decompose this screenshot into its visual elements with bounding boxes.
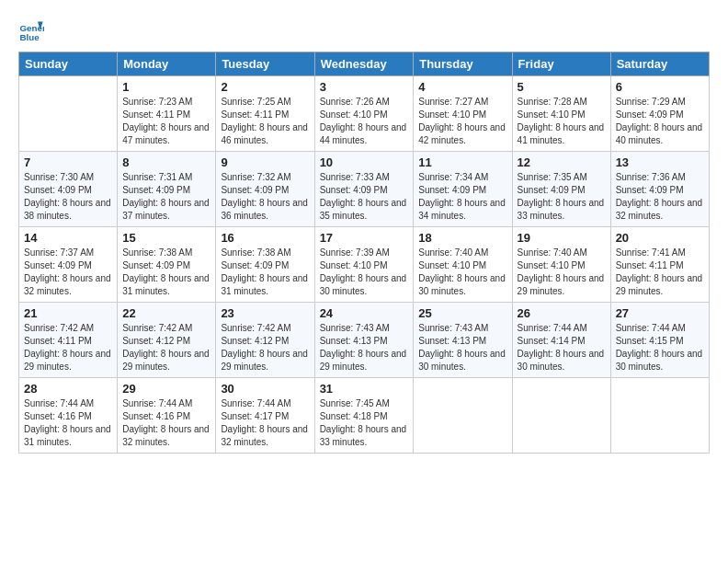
- calendar-day-header: Tuesday: [216, 52, 314, 76]
- day-number: 2: [221, 80, 309, 94]
- calendar-cell: 29Sunrise: 7:44 AMSunset: 4:16 PMDayligh…: [118, 378, 216, 454]
- day-info: Sunrise: 7:44 AMSunset: 4:14 PMDaylight:…: [518, 322, 606, 373]
- calendar-cell: 14Sunrise: 7:37 AMSunset: 4:09 PMDayligh…: [19, 227, 118, 303]
- day-number: 19: [518, 231, 606, 245]
- calendar-cell: 13Sunrise: 7:36 AMSunset: 4:09 PMDayligh…: [610, 152, 709, 227]
- day-info: Sunrise: 7:31 AMSunset: 4:09 PMDaylight:…: [122, 171, 210, 223]
- calendar-cell: 16Sunrise: 7:38 AMSunset: 4:09 PMDayligh…: [216, 227, 314, 303]
- day-info: Sunrise: 7:44 AMSunset: 4:17 PMDaylight:…: [221, 397, 309, 449]
- day-number: 12: [518, 155, 606, 169]
- calendar-cell: 20Sunrise: 7:41 AMSunset: 4:11 PMDayligh…: [610, 227, 709, 303]
- day-info: Sunrise: 7:28 AMSunset: 4:10 PMDaylight:…: [518, 96, 606, 147]
- day-info: Sunrise: 7:35 AMSunset: 4:09 PMDaylight:…: [518, 171, 606, 223]
- calendar-cell: 1Sunrise: 7:23 AMSunset: 4:11 PMDaylight…: [118, 76, 216, 152]
- calendar-cell: 6Sunrise: 7:29 AMSunset: 4:09 PMDaylight…: [610, 76, 709, 152]
- calendar-cell: 8Sunrise: 7:31 AMSunset: 4:09 PMDaylight…: [118, 152, 216, 227]
- day-number: 4: [418, 80, 506, 94]
- day-info: Sunrise: 7:43 AMSunset: 4:13 PMDaylight:…: [320, 322, 409, 373]
- calendar-cell: 26Sunrise: 7:44 AMSunset: 4:14 PMDayligh…: [512, 303, 610, 378]
- day-info: Sunrise: 7:40 AMSunset: 4:10 PMDaylight:…: [518, 247, 606, 298]
- calendar-cell: [414, 378, 512, 454]
- calendar-cell: 30Sunrise: 7:44 AMSunset: 4:17 PMDayligh…: [216, 378, 314, 454]
- day-info: Sunrise: 7:37 AMSunset: 4:09 PMDaylight:…: [24, 247, 112, 298]
- day-number: 10: [320, 155, 409, 169]
- calendar-week-row: 21Sunrise: 7:42 AMSunset: 4:11 PMDayligh…: [19, 303, 710, 378]
- calendar-cell: 12Sunrise: 7:35 AMSunset: 4:09 PMDayligh…: [512, 152, 610, 227]
- day-number: 15: [122, 231, 210, 245]
- day-info: Sunrise: 7:34 AMSunset: 4:09 PMDaylight:…: [418, 171, 506, 223]
- calendar-table: SundayMondayTuesdayWednesdayThursdayFrid…: [18, 52, 710, 454]
- day-number: 18: [418, 231, 506, 245]
- logo: General Blue: [18, 18, 46, 44]
- calendar-cell: 3Sunrise: 7:26 AMSunset: 4:10 PMDaylight…: [314, 76, 414, 152]
- day-info: Sunrise: 7:44 AMSunset: 4:16 PMDaylight:…: [24, 397, 112, 449]
- day-number: 26: [518, 306, 606, 320]
- day-number: 7: [24, 155, 112, 169]
- page-header: General Blue: [18, 18, 710, 44]
- calendar-cell: 17Sunrise: 7:39 AMSunset: 4:10 PMDayligh…: [314, 227, 414, 303]
- day-number: 16: [221, 231, 309, 245]
- calendar-cell: 28Sunrise: 7:44 AMSunset: 4:16 PMDayligh…: [19, 378, 118, 454]
- calendar-cell: 10Sunrise: 7:33 AMSunset: 4:09 PMDayligh…: [314, 152, 414, 227]
- day-number: 28: [24, 382, 112, 396]
- day-number: 31: [320, 382, 409, 396]
- day-number: 22: [122, 306, 210, 320]
- day-info: Sunrise: 7:42 AMSunset: 4:12 PMDaylight:…: [221, 322, 309, 373]
- calendar-cell: 7Sunrise: 7:30 AMSunset: 4:09 PMDaylight…: [19, 152, 118, 227]
- calendar-day-header: Wednesday: [314, 52, 414, 76]
- calendar-cell: 2Sunrise: 7:25 AMSunset: 4:11 PMDaylight…: [216, 76, 314, 152]
- calendar-cell: 5Sunrise: 7:28 AMSunset: 4:10 PMDaylight…: [512, 76, 610, 152]
- calendar-day-header: Thursday: [414, 52, 512, 76]
- day-number: 13: [616, 155, 704, 169]
- day-info: Sunrise: 7:32 AMSunset: 4:09 PMDaylight:…: [221, 171, 309, 223]
- day-info: Sunrise: 7:44 AMSunset: 4:15 PMDaylight:…: [616, 322, 704, 373]
- day-info: Sunrise: 7:42 AMSunset: 4:12 PMDaylight:…: [122, 322, 210, 373]
- day-number: 9: [221, 155, 309, 169]
- calendar-cell: 19Sunrise: 7:40 AMSunset: 4:10 PMDayligh…: [512, 227, 610, 303]
- svg-text:Blue: Blue: [19, 32, 40, 42]
- calendar-week-row: 7Sunrise: 7:30 AMSunset: 4:09 PMDaylight…: [19, 152, 710, 227]
- day-number: 1: [122, 80, 210, 94]
- calendar-cell: 23Sunrise: 7:42 AMSunset: 4:12 PMDayligh…: [216, 303, 314, 378]
- calendar-week-row: 28Sunrise: 7:44 AMSunset: 4:16 PMDayligh…: [19, 378, 710, 454]
- calendar-cell: 22Sunrise: 7:42 AMSunset: 4:12 PMDayligh…: [118, 303, 216, 378]
- calendar-cell: [512, 378, 610, 454]
- day-number: 14: [24, 231, 112, 245]
- day-number: 6: [616, 80, 704, 94]
- calendar-header-row: SundayMondayTuesdayWednesdayThursdayFrid…: [19, 52, 710, 76]
- calendar-cell: 15Sunrise: 7:38 AMSunset: 4:09 PMDayligh…: [118, 227, 216, 303]
- calendar-day-header: Monday: [118, 52, 216, 76]
- day-number: 25: [418, 306, 506, 320]
- calendar-day-header: Saturday: [610, 52, 709, 76]
- day-number: 5: [518, 80, 606, 94]
- day-number: 11: [418, 155, 506, 169]
- calendar-cell: 18Sunrise: 7:40 AMSunset: 4:10 PMDayligh…: [414, 227, 512, 303]
- day-info: Sunrise: 7:40 AMSunset: 4:10 PMDaylight:…: [418, 247, 506, 298]
- day-number: 30: [221, 382, 309, 396]
- day-info: Sunrise: 7:44 AMSunset: 4:16 PMDaylight:…: [122, 397, 210, 449]
- day-number: 3: [320, 80, 409, 94]
- day-info: Sunrise: 7:33 AMSunset: 4:09 PMDaylight:…: [320, 171, 409, 223]
- day-number: 8: [122, 155, 210, 169]
- day-info: Sunrise: 7:26 AMSunset: 4:10 PMDaylight:…: [320, 96, 409, 147]
- day-number: 23: [221, 306, 309, 320]
- calendar-body: 1Sunrise: 7:23 AMSunset: 4:11 PMDaylight…: [19, 76, 710, 454]
- calendar-cell: 9Sunrise: 7:32 AMSunset: 4:09 PMDaylight…: [216, 152, 314, 227]
- day-info: Sunrise: 7:41 AMSunset: 4:11 PMDaylight:…: [616, 247, 704, 298]
- logo-icon: General Blue: [18, 18, 44, 44]
- calendar-week-row: 14Sunrise: 7:37 AMSunset: 4:09 PMDayligh…: [19, 227, 710, 303]
- calendar-cell: 31Sunrise: 7:45 AMSunset: 4:18 PMDayligh…: [314, 378, 414, 454]
- calendar-cell: [19, 76, 118, 152]
- day-info: Sunrise: 7:45 AMSunset: 4:18 PMDaylight:…: [320, 397, 409, 449]
- day-info: Sunrise: 7:25 AMSunset: 4:11 PMDaylight:…: [221, 96, 309, 147]
- calendar-cell: 21Sunrise: 7:42 AMSunset: 4:11 PMDayligh…: [19, 303, 118, 378]
- day-number: 17: [320, 231, 409, 245]
- day-info: Sunrise: 7:30 AMSunset: 4:09 PMDaylight:…: [24, 171, 112, 223]
- day-number: 29: [122, 382, 210, 396]
- calendar-cell: 4Sunrise: 7:27 AMSunset: 4:10 PMDaylight…: [414, 76, 512, 152]
- day-info: Sunrise: 7:43 AMSunset: 4:13 PMDaylight:…: [418, 322, 506, 373]
- calendar-cell: 25Sunrise: 7:43 AMSunset: 4:13 PMDayligh…: [414, 303, 512, 378]
- day-info: Sunrise: 7:27 AMSunset: 4:10 PMDaylight:…: [418, 96, 506, 147]
- calendar-cell: [610, 378, 709, 454]
- day-info: Sunrise: 7:38 AMSunset: 4:09 PMDaylight:…: [221, 247, 309, 298]
